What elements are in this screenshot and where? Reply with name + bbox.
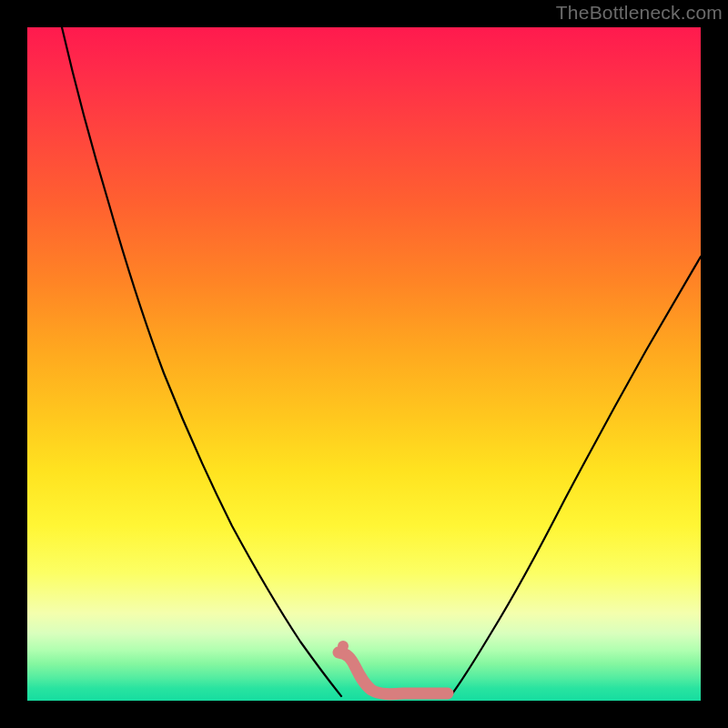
chart-curves xyxy=(27,27,701,701)
chart-plot-area xyxy=(27,27,701,701)
floor-marker xyxy=(339,652,448,694)
left-curve xyxy=(62,27,341,696)
floor-dot xyxy=(338,641,349,652)
watermark-text: TheBottleneck.com xyxy=(556,2,723,24)
right-curve xyxy=(450,257,701,696)
chart-frame: TheBottleneck.com xyxy=(0,0,728,728)
